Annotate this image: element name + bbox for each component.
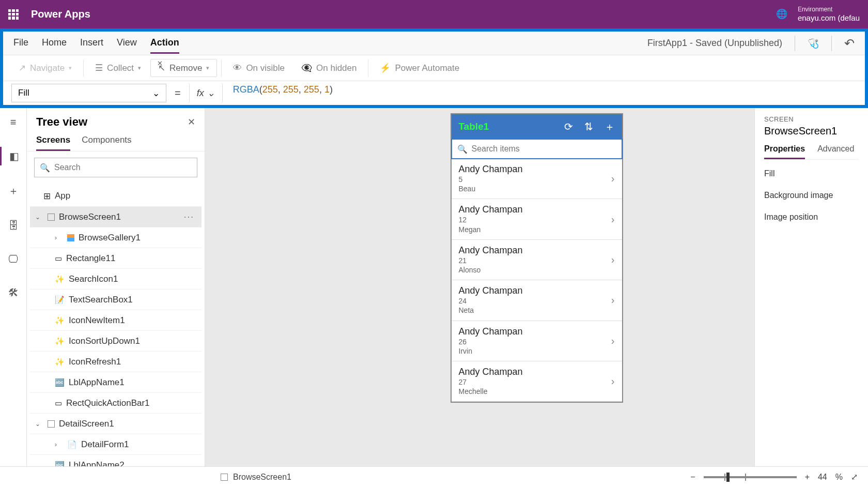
menu-view[interactable]: View <box>117 33 137 54</box>
add-icon[interactable]: ＋ <box>605 120 615 134</box>
on-visible-button[interactable]: 👁 On visible <box>226 60 292 77</box>
menu-home[interactable]: Home <box>42 33 67 54</box>
chevron-right-icon[interactable]: › <box>55 441 63 448</box>
gallery-item[interactable]: Andy Champan24Neta› <box>452 280 622 321</box>
tab-properties[interactable]: Properties <box>764 144 805 159</box>
app-launcher-icon[interactable] <box>8 9 19 20</box>
prop-fill[interactable]: Fill <box>764 169 859 178</box>
chevron-right-icon[interactable]: › <box>611 294 615 306</box>
form-icon: 📄 <box>67 440 77 449</box>
app-icon: ⊞ <box>43 191 51 202</box>
document-status: FirstApp1 - Saved (Unpublished) <box>647 38 782 49</box>
refresh-icon[interactable]: ⟳ <box>564 120 573 133</box>
tree-item-lblappname[interactable]: 🔤 LblAppName1 <box>30 372 202 392</box>
chevron-down-icon[interactable]: ⌄ <box>35 420 43 428</box>
zoom-in-button[interactable]: + <box>805 473 810 482</box>
rail-hamburger[interactable]: ≡ <box>0 113 26 131</box>
chevron-down-icon[interactable]: ⌄ <box>35 214 43 221</box>
tree-item-rectquick[interactable]: ▭ RectQuickActionBar1 <box>30 392 202 413</box>
power-automate-button[interactable]: ⚡ Power Automate <box>373 59 467 77</box>
chevron-right-icon[interactable]: › <box>611 214 615 225</box>
tree-item-detailform[interactable]: › 📄 DetailForm1 <box>30 434 202 454</box>
fx-button[interactable]: fx ⌄ <box>189 84 223 102</box>
tree-item-iconnewitem[interactable]: ✨ IconNewItem1 <box>30 310 202 330</box>
sort-icon[interactable]: ⇅ <box>584 120 593 133</box>
ribbon: ↗ Navigate ▾ ☰ Collect ▾ ↖✕ Remove ▾ 👁 O… <box>3 55 865 81</box>
gallery-item-subtitle: 24Neta <box>459 296 523 315</box>
gallery-item[interactable]: Andy Champan26Irvin› <box>452 321 622 361</box>
label-icon: 🔤 <box>55 461 65 467</box>
on-hidden-button[interactable]: 👁‍🗨 On hidden <box>294 59 364 77</box>
undo-icon[interactable]: ↶ <box>844 36 855 51</box>
selected-control-name: BrowseScreen1 <box>764 125 859 137</box>
tree-item-iconsort[interactable]: ✨ IconSortUpDown1 <box>30 330 202 351</box>
collect-button[interactable]: ☰ Collect ▾ <box>88 59 148 77</box>
tab-components[interactable]: Components <box>82 135 131 151</box>
zoom-slider[interactable] <box>704 476 797 478</box>
tree-item-searchicon[interactable]: ✨ SearchIcon1 <box>30 268 202 289</box>
divider <box>83 59 84 77</box>
gallery-item[interactable]: Andy Champan12Megan› <box>452 199 622 239</box>
fit-to-screen-icon[interactable]: ⤢ <box>851 472 858 482</box>
tree-item-detailscreen[interactable]: ⌄ DetailScreen1 <box>30 413 202 434</box>
menu-file[interactable]: File <box>13 33 28 54</box>
gallery-item[interactable]: Andy Champan21Alonso› <box>452 240 622 280</box>
chevron-down-icon: ▾ <box>69 65 72 71</box>
prop-background-image[interactable]: Background image <box>764 191 859 200</box>
chevron-right-icon[interactable]: › <box>611 375 615 387</box>
app-checker-icon[interactable]: 🩺 <box>808 38 819 49</box>
phone-preview[interactable]: Table1 ⟳ ⇅ ＋ 🔍 Andy Champan5Beau›Andy Ch… <box>451 113 623 403</box>
token-sep: , <box>319 84 324 95</box>
remove-button[interactable]: ↖✕ Remove ▾ <box>150 59 217 77</box>
property-name: Fill <box>18 88 29 98</box>
chevron-right-icon[interactable]: › <box>55 234 63 241</box>
token-number: 255 <box>283 84 299 95</box>
chevron-right-icon[interactable]: › <box>611 335 615 347</box>
power-automate-label: Power Automate <box>395 63 459 73</box>
formula-input[interactable]: RGBA(255, 255, 255, 1) <box>228 84 857 102</box>
canvas[interactable]: Table1 ⟳ ⇅ ＋ 🔍 Andy Champan5Beau›Andy Ch… <box>205 108 868 466</box>
tree-item-rectangle[interactable]: ▭ Rectangle11 <box>30 248 202 268</box>
tree-item-textsearchbox[interactable]: 📝 TextSearchBox1 <box>30 289 202 310</box>
prop-image-position[interactable]: Image position <box>764 212 859 222</box>
token-number: 1 <box>324 84 330 95</box>
chevron-right-icon[interactable]: › <box>611 254 615 266</box>
tree-search-box[interactable]: 🔍 <box>34 158 197 177</box>
rail-tools[interactable]: 🛠 <box>0 284 26 302</box>
phone-search-box[interactable]: 🔍 <box>451 139 623 159</box>
eye-icon: 👁 <box>233 63 242 73</box>
menu-action[interactable]: Action <box>150 33 179 54</box>
label-icon: 🔤 <box>55 378 65 387</box>
tree-view-title: Tree view <box>36 115 87 129</box>
tree-item-iconrefresh[interactable]: ✨ IconRefresh1 <box>30 351 202 372</box>
collect-label: Collect <box>107 63 134 73</box>
more-icon[interactable]: ··· <box>184 212 194 222</box>
tree-search-input[interactable] <box>54 163 192 172</box>
rectangle-icon: ▭ <box>55 254 62 263</box>
rail-data[interactable]: 🗄 <box>0 217 26 235</box>
tab-screens[interactable]: Screens <box>36 135 70 151</box>
zoom-out-button[interactable]: − <box>690 473 695 482</box>
chevron-right-icon[interactable]: › <box>611 173 615 185</box>
gallery-item[interactable]: Andy Champan5Beau› <box>452 159 622 199</box>
panel-type-label: SCREEN <box>764 115 859 123</box>
close-icon[interactable]: ✕ <box>188 116 195 128</box>
gallery-item[interactable]: Andy Champan27Mechelle› <box>452 361 622 402</box>
property-selector[interactable]: Fill ⌄ <box>11 84 166 102</box>
tree-item-browsegallery[interactable]: › BrowseGallery1 <box>30 227 202 248</box>
status-bar: BrowseScreen1 − + 44 % ⤢ <box>0 466 868 487</box>
rail-insert[interactable]: ＋ <box>0 181 26 201</box>
tree-label: LblAppName2 <box>69 460 125 467</box>
tree-item-browsescreen[interactable]: ⌄ BrowseScreen1 ··· <box>30 206 202 227</box>
phone-search-input[interactable] <box>472 144 616 154</box>
tab-advanced[interactable]: Advanced <box>817 144 854 159</box>
tree-label: TextSearchBox1 <box>69 295 133 305</box>
tree-item-lblappname2[interactable]: 🔤 LblAppName2 <box>30 454 202 466</box>
tree-item-app[interactable]: ⊞ App <box>30 186 202 206</box>
menu-insert[interactable]: Insert <box>80 33 103 54</box>
environment-block[interactable]: Environment enayu.com (defau <box>798 6 860 22</box>
rail-tree-view[interactable]: ◧ <box>0 147 26 165</box>
rail-media[interactable]: 🖵 <box>0 250 26 268</box>
text-input-icon: 📝 <box>55 295 65 305</box>
navigate-button[interactable]: ↗ Navigate ▾ <box>11 59 79 77</box>
